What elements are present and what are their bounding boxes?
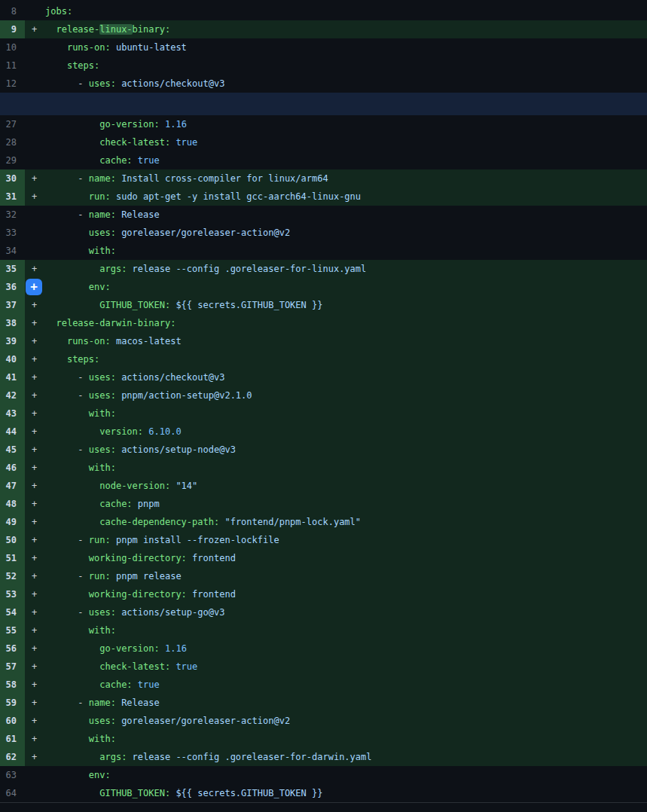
code-token: GITHUB_TOKEN: (99, 300, 170, 310)
line-number[interactable]: 59 (0, 694, 25, 712)
diff-line: 31+ run: sudo apt-get -y install gcc-aar… (0, 188, 647, 206)
code-text: - uses: actions/checkout@v3 (45, 75, 647, 93)
code-text: release-darwin-binary: (45, 314, 647, 332)
code-text: runs-on: ubuntu-latest (45, 38, 647, 56)
line-number[interactable]: 40 (0, 350, 25, 368)
diff-sign (25, 56, 45, 75)
diff-sign: + (25, 621, 45, 640)
code-token (45, 553, 89, 563)
line-number[interactable]: 33 (0, 224, 25, 242)
code-token: - (45, 698, 89, 708)
code-token: uses: (89, 607, 116, 618)
word-diff-highlight: linux- (99, 24, 132, 35)
code-text: version: 6.10.0 (45, 423, 647, 441)
code-token: cache: (99, 499, 132, 509)
line-number[interactable]: 41 (0, 368, 25, 386)
code-token: cache-dependency-path: (99, 517, 219, 527)
diff-sign (25, 75, 45, 93)
diff-sign (25, 38, 45, 56)
line-number[interactable]: 63 (0, 766, 25, 784)
file-bottom-border (0, 802, 647, 811)
code-token: node-version: (99, 481, 170, 491)
code-text: cache-dependency-path: "frontend/pnpm-lo… (45, 513, 647, 531)
line-number[interactable]: 27 (0, 115, 25, 133)
diff-line: 33 uses: goreleaser/goreleaser-action@v2 (0, 224, 647, 242)
code-text: - name: Release (45, 694, 647, 712)
diff-line: 9+ release-linux-binary: (0, 20, 647, 38)
diff-sign (25, 151, 45, 169)
line-number[interactable]: 12 (0, 75, 25, 93)
add-comment-button[interactable]: + (26, 279, 42, 295)
line-number[interactable]: 11 (0, 56, 25, 75)
diff-sign: + (25, 477, 45, 495)
line-number[interactable]: 10 (0, 38, 25, 56)
line-number[interactable]: 49 (0, 513, 25, 531)
diff-line: 42+ - uses: pnpm/action-setup@v2.1.0 (0, 386, 647, 404)
code-token (45, 625, 89, 636)
code-token: env: (89, 770, 111, 780)
line-number[interactable]: 53 (0, 585, 25, 603)
code-token: actions/setup-go@v3 (116, 607, 225, 618)
code-text: env: (45, 766, 647, 784)
line-number[interactable]: 42 (0, 386, 25, 404)
code-token: runs-on: (67, 42, 111, 53)
diff-sign: + (25, 549, 45, 567)
line-number[interactable]: 45 (0, 441, 25, 459)
code-token (45, 336, 67, 346)
code-token: steps: (67, 354, 99, 365)
line-number[interactable]: 39 (0, 332, 25, 350)
code-token: version: (99, 426, 143, 437)
line-number[interactable]: 38 (0, 314, 25, 332)
code-token (45, 318, 56, 328)
line-number[interactable]: 30 (0, 169, 25, 188)
line-number[interactable]: 37 (0, 296, 25, 314)
code-token: true (170, 661, 197, 672)
line-number[interactable]: 58 (0, 676, 25, 694)
line-number[interactable]: 51 (0, 549, 25, 567)
code-token: macos-latest (111, 336, 182, 346)
line-number[interactable]: 46 (0, 459, 25, 477)
line-number[interactable]: 57 (0, 658, 25, 676)
code-token: goreleaser/goreleaser-action@v2 (116, 716, 290, 726)
code-token: Release (116, 698, 160, 708)
line-number[interactable]: 47 (0, 477, 25, 495)
line-number[interactable]: 43 (0, 404, 25, 423)
line-number[interactable]: 60 (0, 712, 25, 730)
line-number[interactable]: 54 (0, 603, 25, 621)
diff-sign: + (25, 423, 45, 441)
line-number[interactable]: 55 (0, 621, 25, 640)
line-number[interactable]: 31 (0, 188, 25, 206)
code-token (45, 137, 99, 148)
code-text: steps: (45, 56, 647, 75)
line-number[interactable]: 52 (0, 567, 25, 585)
line-number[interactable]: 62 (0, 748, 25, 766)
line-number[interactable]: 34 (0, 242, 25, 260)
code-token: name: (89, 173, 116, 184)
line-number[interactable]: 32 (0, 206, 25, 224)
diff-line: 47+ node-version: "14" (0, 477, 647, 495)
code-text: GITHUB_TOKEN: ${{ secrets.GITHUB_TOKEN }… (45, 784, 647, 802)
line-number[interactable]: 9 (0, 20, 25, 38)
line-number[interactable]: 8 (0, 2, 25, 20)
line-number[interactable]: 44 (0, 423, 25, 441)
code-text: cache: true (45, 676, 647, 694)
code-token (45, 191, 89, 202)
line-number[interactable]: 64 (0, 784, 25, 802)
line-number[interactable]: 61 (0, 730, 25, 748)
line-number[interactable]: 36 (0, 278, 25, 296)
line-number[interactable]: 50 (0, 531, 25, 549)
diff-sign (25, 242, 45, 260)
hunk-expander[interactable] (0, 93, 647, 115)
code-token: - (45, 209, 89, 220)
code-token: cache: (99, 679, 132, 690)
code-token (45, 24, 56, 35)
diff-sign: + (25, 567, 45, 585)
code-text: cache: pnpm (45, 495, 647, 513)
line-number[interactable]: 29 (0, 151, 25, 169)
line-number[interactable]: 56 (0, 640, 25, 658)
code-text: - name: Release (45, 206, 647, 224)
line-number[interactable]: 35 (0, 260, 25, 278)
code-token (45, 60, 67, 71)
line-number[interactable]: 48 (0, 495, 25, 513)
line-number[interactable]: 28 (0, 133, 25, 151)
